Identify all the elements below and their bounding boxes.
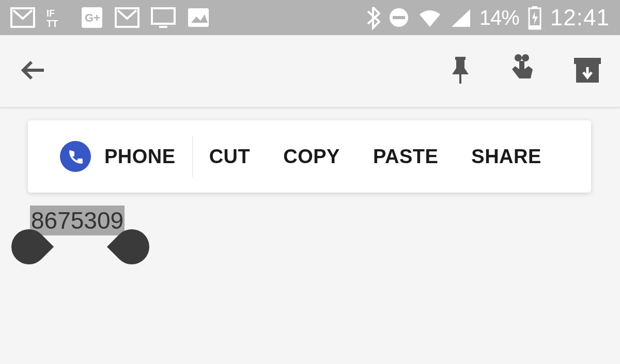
cut-action[interactable]: CUT (193, 146, 267, 168)
signal-icon (451, 7, 471, 28)
svg-text:G+: G+ (85, 11, 100, 24)
ifttt-icon: IFTT (47, 7, 69, 28)
svg-rect-12 (532, 6, 537, 8)
back-button[interactable] (18, 55, 49, 88)
pin-button[interactable] (449, 55, 472, 88)
status-bar: IFTT G+ 14% 12:41 (0, 0, 620, 35)
svg-rect-10 (393, 16, 405, 19)
svg-point-17 (522, 54, 529, 61)
status-bar-right: 14% 12:41 (366, 5, 610, 30)
phone-label: PHONE (104, 146, 176, 168)
wifi-icon (417, 7, 442, 28)
copy-action[interactable]: COPY (267, 146, 357, 168)
gmail-icon (10, 7, 35, 28)
google-plus-icon: G+ (81, 6, 103, 29)
bluetooth-icon (366, 5, 380, 30)
image-icon (187, 7, 210, 28)
paste-label: PASTE (373, 146, 438, 168)
phone-icon (60, 141, 91, 172)
do-not-disturb-icon (389, 7, 409, 28)
svg-rect-13 (529, 25, 540, 29)
battery-charging-icon (528, 5, 542, 30)
svg-text:IF: IF (47, 8, 55, 19)
svg-rect-7 (159, 26, 167, 28)
app-bar-actions (449, 54, 602, 89)
paste-action[interactable]: PASTE (357, 146, 455, 168)
archive-button[interactable] (573, 57, 602, 86)
svg-rect-18 (574, 58, 601, 64)
svg-rect-6 (152, 8, 175, 24)
battery-percent: 14% (479, 6, 519, 29)
svg-point-16 (515, 54, 522, 61)
display-icon (151, 7, 176, 28)
svg-text:TT: TT (47, 19, 58, 28)
app-bar (0, 35, 620, 107)
selection-handle-left[interactable] (4, 222, 54, 272)
share-action[interactable]: SHARE (455, 146, 558, 168)
svg-rect-14 (455, 57, 466, 60)
status-bar-left: IFTT G+ (10, 6, 210, 29)
svg-rect-15 (459, 74, 461, 84)
clock: 12:41 (550, 5, 610, 30)
gmail-icon-2 (115, 7, 140, 28)
share-label: SHARE (471, 146, 541, 168)
copy-label: COPY (283, 146, 340, 168)
cut-label: CUT (209, 146, 251, 168)
touch-input-button[interactable] (508, 54, 537, 89)
selected-text[interactable]: 8675309 (30, 205, 125, 235)
phone-action[interactable]: PHONE (43, 141, 192, 172)
text-selection-context-menu: PHONE CUT COPY PASTE SHARE (28, 120, 591, 193)
selection-handle-right[interactable] (107, 222, 157, 272)
